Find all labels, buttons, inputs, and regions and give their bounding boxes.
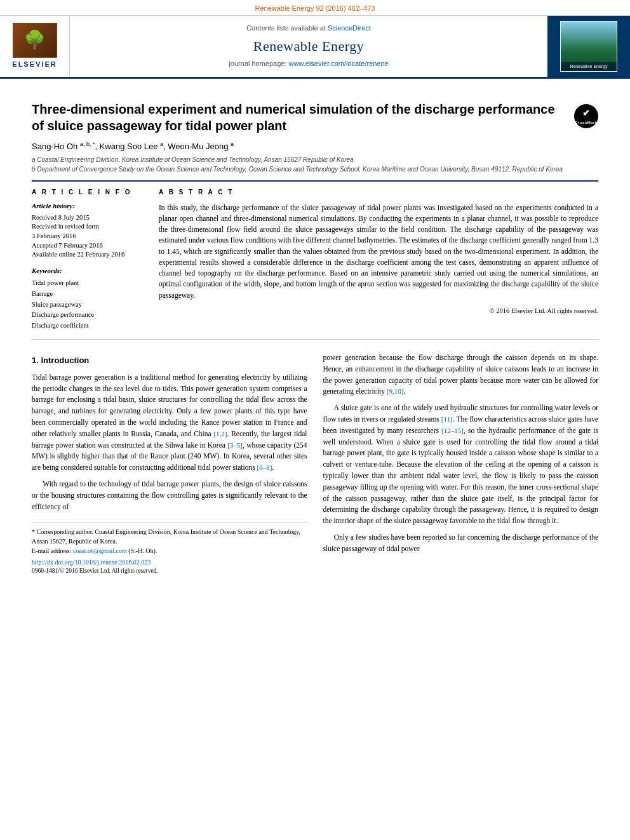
- sciencedirect-link[interactable]: ScienceDirect: [328, 24, 371, 32]
- ref-11[interactable]: [11]: [441, 415, 453, 423]
- section-divider-top: [32, 180, 598, 182]
- doi-link[interactable]: http://dx.doi.org/10.1016/j.renene.2016.…: [32, 559, 151, 566]
- body-right-para-1: power generation because the flow discha…: [323, 352, 599, 397]
- footnote-section: * Corresponding author. Coastal Engineer…: [32, 523, 307, 556]
- article-info-abstract: A R T I C L E I N F O Article history: R…: [32, 188, 598, 331]
- available-online-date: Available online 22 February 2016: [32, 250, 146, 260]
- history-title: Article history:: [32, 201, 146, 211]
- publisher-logo-area: ELSEVIER: [0, 16, 70, 77]
- ref-3-5[interactable]: [3–5]: [227, 441, 243, 449]
- body-two-col: 1. Introduction Tidal barrage power gene…: [32, 352, 598, 576]
- received-revised-label: Received in revised form: [32, 222, 146, 232]
- contents-label: Contents lists available at: [246, 24, 326, 32]
- keyword-2: Barrage: [32, 289, 146, 300]
- body-para-1: Tidal barrage power generation is a trad…: [32, 372, 307, 474]
- journal-cover-image: Renewable Energy: [560, 21, 617, 72]
- homepage-label: journal homepage:: [229, 60, 286, 67]
- authors-line: Sang-Ho Oh a, b, *, Kwang Soo Lee a, Weo…: [32, 140, 598, 153]
- article-title: Three-dimensional experiment and numeric…: [32, 101, 565, 134]
- journal-info-center: Contents lists available at ScienceDirec…: [70, 16, 547, 77]
- body-left-col: 1. Introduction Tidal barrage power gene…: [32, 352, 307, 576]
- keywords-title: Keywords:: [32, 266, 146, 276]
- section-1-heading: 1. Introduction: [32, 355, 307, 367]
- article-info-title: A R T I C L E I N F O: [32, 188, 146, 197]
- keyword-1: Tidal power plant: [32, 278, 146, 289]
- abstract-col: A B S T R A C T In this study, the disch…: [159, 188, 598, 331]
- keyword-3: Sluice passageway: [32, 300, 146, 310]
- journal-cover-area: Renewable Energy: [547, 16, 630, 77]
- page: Renewable Energy 92 (2016) 462–473 ELSEV…: [0, 0, 630, 840]
- cover-text: Renewable Energy: [561, 62, 617, 71]
- article-info-col: A R T I C L E I N F O Article history: R…: [32, 188, 146, 331]
- affiliation-b: b Department of Convergence Study on the…: [32, 165, 598, 174]
- ref-1-2[interactable]: [1,2]: [213, 430, 227, 437]
- accepted-date: Accepted 7 February 2016: [32, 241, 146, 251]
- ref-6-8[interactable]: [6–8]: [257, 463, 272, 471]
- affiliation-a: a Coastal Engineering Division, Korea In…: [32, 156, 598, 164]
- main-content: Three-dimensional experiment and numeric…: [0, 79, 630, 589]
- ref-12-15[interactable]: [12–15]: [441, 427, 464, 434]
- email-line: E-mail address: coast.oh@gmail.com (S.-H…: [32, 546, 307, 556]
- elsevier-logo: ELSEVIER: [12, 23, 57, 70]
- doi-line[interactable]: http://dx.doi.org/10.1016/j.renene.2016.…: [32, 558, 307, 568]
- issn-line: 0960-1481/© 2016 Elsevier Ltd. All right…: [32, 567, 307, 576]
- abstract-title: A B S T R A C T: [159, 188, 598, 197]
- body-right-para-3: Only a few studies have been reported so…: [323, 532, 599, 555]
- body-para-2: With regard to the technology of tidal b…: [32, 479, 307, 512]
- elsevier-name: ELSEVIER: [12, 60, 57, 70]
- body-divider: [32, 339, 598, 340]
- keyword-4: Discharge performance: [32, 310, 146, 321]
- email-suffix: (S.-H. Oh).: [128, 547, 157, 554]
- email-label: E-mail address:: [32, 547, 71, 554]
- body-right-para-2: A sluice gate is one of the widely used …: [323, 403, 599, 527]
- journal-title: Renewable Energy: [253, 36, 364, 57]
- body-right-col: power generation because the flow discha…: [323, 352, 599, 576]
- body-content: 1. Introduction Tidal barrage power gene…: [32, 352, 598, 576]
- ref-9-10[interactable]: [9,10]: [387, 387, 404, 395]
- crossmark-icon: ✔ CrossMark: [574, 104, 598, 128]
- citation-text: Renewable Energy 92 (2016) 462–473: [255, 4, 375, 12]
- homepage-link[interactable]: www.elsevier.com/locate/renene: [289, 60, 389, 67]
- received-revised-date: 3 February 2016: [32, 232, 146, 241]
- elsevier-logo-image: [13, 23, 57, 58]
- homepage-line: journal homepage: www.elsevier.com/locat…: [229, 59, 388, 69]
- journal-header: ELSEVIER Contents lists available at Sci…: [0, 16, 630, 79]
- affiliations: a Coastal Engineering Division, Korea In…: [32, 156, 598, 174]
- journal-citation: Renewable Energy 92 (2016) 462–473: [0, 0, 630, 16]
- crossmark-badge[interactable]: ✔ CrossMark: [574, 104, 598, 128]
- corresponding-note: * Corresponding author. Coastal Engineer…: [32, 527, 307, 546]
- copyright-line: © 2016 Elsevier Ltd. All rights reserved…: [159, 306, 598, 316]
- contents-available-line: Contents lists available at ScienceDirec…: [246, 23, 371, 34]
- abstract-text: In this study, the discharge performance…: [159, 203, 598, 301]
- keywords-list: Tidal power plant Barrage Sluice passage…: [32, 278, 146, 331]
- received-date: Received 8 July 2015: [32, 213, 146, 223]
- keyword-5: Discharge coefficient: [32, 321, 146, 331]
- article-title-section: Three-dimensional experiment and numeric…: [32, 101, 598, 134]
- email-link[interactable]: coast.oh@gmail.com: [73, 547, 127, 554]
